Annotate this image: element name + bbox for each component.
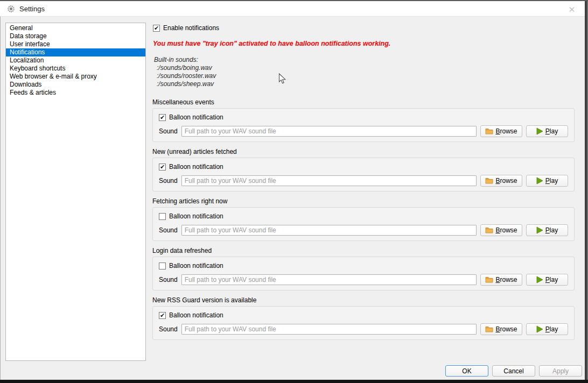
- sidebar-item-data-storage[interactable]: Data storage: [6, 32, 145, 40]
- browse-button[interactable]: Browse: [480, 323, 522, 335]
- apply-button[interactable]: Apply: [539, 365, 582, 377]
- play-button[interactable]: Play: [526, 323, 568, 335]
- label-rest: lay: [550, 325, 558, 333]
- browse-button[interactable]: Browse: [480, 274, 522, 286]
- folder-icon: [485, 276, 493, 283]
- folder-icon: [485, 227, 493, 233]
- sound-label: Sound: [159, 226, 178, 234]
- section-groupbox: ✔ Balloon notification Sound Browse Play: [152, 158, 575, 191]
- play-button[interactable]: Play: [526, 274, 568, 286]
- notification-sections: Miscellaneous events ✔ Balloon notificat…: [152, 99, 575, 346]
- section-groupbox: ✔ Balloon notification Sound Browse Play: [152, 108, 575, 142]
- browse-button-label: Browse: [495, 177, 517, 185]
- play-button[interactable]: Play: [526, 224, 568, 236]
- play-button[interactable]: Play: [526, 175, 568, 187]
- balloon-notification-checkbox[interactable]: [159, 263, 166, 269]
- play-button-label: Play: [545, 127, 558, 135]
- section-title: New RSS Guard version is available: [152, 297, 575, 304]
- mouse-cursor: [278, 73, 286, 86]
- label-rest: rowse: [500, 127, 517, 135]
- play-button-label: Play: [545, 325, 558, 333]
- builtin-sound-file: :/sounds/boing.wav: [154, 64, 216, 72]
- balloon-notification-label: Balloon notification: [169, 311, 223, 319]
- play-button-label: Play: [545, 226, 558, 234]
- enable-notifications-row: ✔ Enable notifications: [153, 24, 219, 32]
- settings-category-list: General Data storage User interface Noti…: [5, 23, 146, 361]
- folder-icon: [485, 326, 493, 332]
- play-button-label: Play: [545, 276, 558, 283]
- mnemonic: B: [495, 325, 500, 333]
- builtin-sounds-block: Built-in sounds: :/sounds/boing.wav :/so…: [154, 56, 216, 88]
- mnemonic: B: [495, 127, 500, 135]
- section-title: Login data refreshed: [152, 247, 575, 254]
- section-fetching-articles: Fetching articles right now Balloon noti…: [152, 198, 575, 241]
- balloon-notification-label: Balloon notification: [169, 262, 223, 269]
- balloon-notification-checkbox[interactable]: [159, 213, 166, 220]
- browse-button[interactable]: Browse: [480, 175, 522, 187]
- play-button[interactable]: Play: [526, 125, 568, 137]
- label-rest: lay: [550, 226, 558, 234]
- section-title: New (unread) articles fetched: [152, 148, 575, 155]
- browse-button[interactable]: Browse: [480, 224, 522, 236]
- section-title: Miscellaneous events: [152, 99, 575, 106]
- builtin-sound-file: :/sounds/sheep.wav: [154, 80, 216, 88]
- enable-notifications-checkbox[interactable]: ✔: [153, 25, 160, 32]
- balloon-notification-label: Balloon notification: [169, 114, 223, 121]
- title-bar: Settings ✕: [0, 0, 588, 17]
- label-rest: rowse: [500, 177, 517, 185]
- sound-label: Sound: [159, 177, 178, 185]
- balloon-notification-checkbox[interactable]: ✔: [159, 312, 166, 319]
- label-rest: lay: [550, 127, 558, 135]
- mnemonic: B: [495, 226, 500, 234]
- sound-path-input[interactable]: [181, 274, 477, 285]
- tray-icon-warning-text: You must have "tray icon" activated to h…: [153, 40, 390, 47]
- mnemonic: B: [495, 177, 500, 185]
- window-right-edge: [585, 1, 588, 380]
- sidebar-item-notifications[interactable]: Notifications: [6, 48, 145, 56]
- checkmark: ✔: [160, 312, 165, 318]
- mnemonic: P: [545, 325, 550, 333]
- section-groupbox: ✔ Balloon notification Sound Browse Play: [152, 306, 575, 340]
- balloon-notification-checkbox[interactable]: ✔: [159, 164, 166, 171]
- label-rest: rowse: [500, 325, 517, 333]
- mnemonic: P: [545, 127, 550, 135]
- balloon-notification-checkbox[interactable]: ✔: [159, 114, 166, 121]
- ok-button[interactable]: OK: [445, 365, 488, 377]
- balloon-notification-label: Balloon notification: [169, 212, 223, 220]
- browse-button-label: Browse: [495, 226, 517, 234]
- label-rest: lay: [550, 177, 558, 185]
- section-miscellaneous-events: Miscellaneous events ✔ Balloon notificat…: [152, 99, 575, 142]
- browse-button-label: Browse: [495, 276, 517, 283]
- folder-icon: [485, 178, 493, 184]
- section-new-version-available: New RSS Guard version is available ✔ Bal…: [152, 297, 575, 340]
- label-rest: lay: [550, 276, 558, 283]
- sound-path-input[interactable]: [181, 225, 477, 236]
- checkmark: ✔: [160, 114, 165, 120]
- label-rest: rowse: [500, 276, 517, 283]
- checkmark: ✔: [154, 25, 159, 31]
- sidebar-item-general[interactable]: General: [6, 24, 145, 32]
- sidebar-item-web-browser[interactable]: Web browser & e-mail & proxy: [6, 73, 145, 81]
- sidebar-item-keyboard-shortcuts[interactable]: Keyboard shortcuts: [6, 65, 145, 73]
- mnemonic: P: [545, 177, 550, 185]
- play-icon: [536, 325, 543, 333]
- sound-label: Sound: [159, 127, 178, 135]
- section-groupbox: Balloon notification Sound Browse Play: [152, 207, 575, 241]
- sound-path-input[interactable]: [181, 126, 477, 137]
- sidebar-item-localization[interactable]: Localization: [6, 56, 145, 65]
- close-icon[interactable]: ✕: [564, 2, 579, 17]
- sidebar-item-feeds-articles[interactable]: Feeds & articles: [6, 89, 145, 97]
- sidebar-item-downloads[interactable]: Downloads: [6, 81, 145, 89]
- section-login-data-refreshed: Login data refreshed Balloon notificatio…: [152, 247, 575, 290]
- window-title: Settings: [19, 5, 45, 13]
- sound-path-input[interactable]: [181, 324, 477, 335]
- section-new-articles-fetched: New (unread) articles fetched ✔ Balloon …: [152, 148, 575, 191]
- sound-path-input[interactable]: [181, 175, 477, 186]
- section-groupbox: Balloon notification Sound Browse Play: [152, 257, 575, 290]
- settings-gear-icon: [7, 5, 15, 13]
- sidebar-item-user-interface[interactable]: User interface: [6, 40, 145, 48]
- browse-button[interactable]: Browse: [480, 125, 522, 137]
- window-left-edge: [0, 17, 1, 380]
- play-icon: [536, 276, 543, 283]
- cancel-button[interactable]: Cancel: [492, 365, 535, 377]
